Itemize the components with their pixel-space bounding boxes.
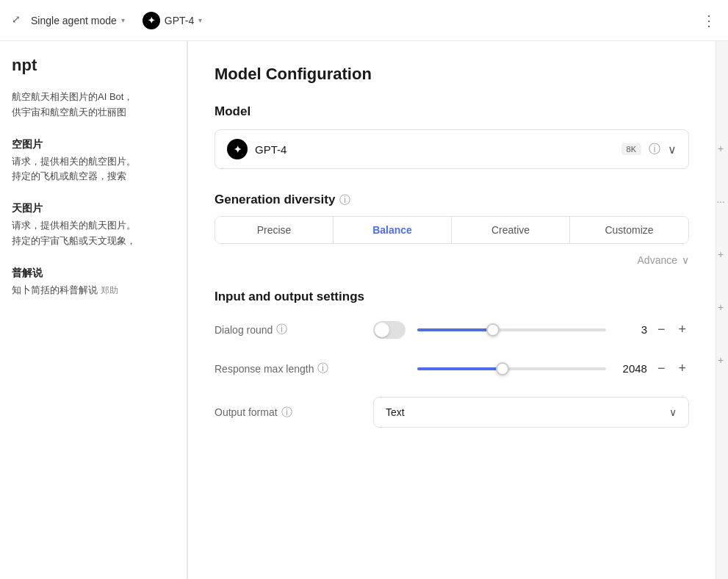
sidebar-text-4: 知卜简括的科普解说 郑助	[12, 283, 175, 298]
dialog-round-toggle[interactable]	[373, 321, 406, 339]
diversity-label: Generation diversity	[215, 193, 335, 207]
response-max-length-slider[interactable]	[417, 367, 606, 370]
output-format-row: Output format ⓘ Text ∨	[215, 397, 689, 428]
dialog-round-value: 3	[618, 323, 647, 336]
slider-fill-2	[417, 367, 502, 370]
agent-mode-icon: ⤢	[12, 13, 26, 28]
more-options-icon[interactable]: ⋮	[702, 12, 716, 29]
response-max-length-stepper: 2048 − +	[618, 358, 689, 379]
response-max-length-decrement[interactable]: −	[655, 358, 668, 379]
diversity-option-creative[interactable]: Creative	[452, 217, 570, 243]
dialog-round-info-icon[interactable]: ⓘ	[276, 323, 287, 337]
model-section-label: Model	[215, 104, 689, 119]
model-name: GPT-4	[255, 143, 614, 156]
model-badge: 8K	[621, 143, 641, 155]
sidebar-text-1: 航空航天相关图片的AI Bot， 供宇宙和航空航天的壮丽图	[12, 90, 175, 121]
dialog-round-row: Dialog round ⓘ 3 − +	[215, 319, 689, 340]
right-dot-5[interactable]: +	[716, 356, 725, 364]
diversity-option-balance[interactable]: Balance	[334, 217, 452, 243]
diversity-option-precise[interactable]: Precise	[215, 217, 334, 243]
panel-title: Model Configuration	[215, 65, 689, 84]
output-format-dropdown[interactable]: Text ∨	[373, 397, 689, 428]
agent-mode-selector[interactable]: ⤢ Single agent mode ▾	[12, 13, 125, 28]
dialog-round-stepper: 3 − +	[618, 319, 689, 340]
right-dot-4[interactable]: +	[716, 303, 725, 312]
topbar: ⤢ Single agent mode ▾ ✦ GPT-4 ▾ ⋮	[0, 0, 728, 41]
topbar-right: ⋮	[702, 12, 716, 29]
toggle-thumb	[375, 323, 389, 337]
sidebar-heading-3: 天图片	[12, 202, 175, 215]
output-format-name: Output format ⓘ	[215, 406, 361, 420]
advance-label: Advance	[638, 254, 677, 266]
agent-mode-label: Single agent mode	[31, 15, 117, 26]
sidebar-text-3: 请求，提供相关的航天图片。 持定的宇宙飞船或天文现象，	[12, 218, 175, 249]
sidebar: npt 航空航天相关图片的AI Bot， 供宇宙和航空航天的壮丽图 空图片 请求…	[0, 41, 187, 579]
gpt-model-selector[interactable]: ✦ GPT-4 ▾	[143, 12, 202, 29]
slider-thumb	[486, 323, 500, 337]
dialog-round-increment[interactable]: +	[675, 319, 689, 340]
diversity-options: Precise Balance Creative Customize	[215, 216, 689, 244]
right-dot-3[interactable]: +	[716, 250, 725, 259]
gpt-label: GPT-4	[165, 15, 194, 26]
gpt-chevron: ▾	[198, 16, 202, 24]
diversity-info-icon[interactable]: ⓘ	[339, 193, 350, 207]
response-max-length-increment[interactable]: +	[675, 358, 689, 379]
model-icon: ✦	[227, 139, 248, 159]
diversity-header: Generation diversity ⓘ	[215, 193, 689, 207]
io-section-title: Input and output settings	[215, 290, 689, 304]
sidebar-text-2: 请求，提供相关的航空图片。 持定的飞机或航空器，搜索	[12, 154, 175, 185]
sidebar-heading-4: 普解说	[12, 267, 175, 280]
config-panel: Model Configuration Model ✦ GPT-4 8K ⓘ ∨…	[187, 41, 716, 579]
slider-track	[417, 328, 606, 331]
sidebar-title: npt	[12, 56, 175, 75]
response-max-length-name: Response max length ⓘ	[215, 362, 361, 375]
slider-thumb-2	[496, 362, 509, 375]
sidebar-section-4: 普解说 知卜简括的科普解说 郑助	[12, 267, 175, 298]
sidebar-section-1: 航空航天相关图片的AI Bot， 供宇宙和航空航天的壮丽图	[12, 90, 175, 121]
sidebar-section-2: 空图片 请求，提供相关的航空图片。 持定的飞机或航空器，搜索	[12, 138, 175, 185]
advance-chevron-icon: ∨	[682, 254, 689, 266]
gpt-icon: ✦	[143, 12, 160, 29]
right-dot-2[interactable]: ···	[716, 197, 725, 206]
sidebar-section-3: 天图片 请求，提供相关的航天图片。 持定的宇宙飞船或天文现象，	[12, 202, 175, 249]
dialog-round-name: Dialog round ⓘ	[215, 323, 361, 337]
advance-row[interactable]: Advance ∨	[215, 254, 689, 266]
response-max-length-info-icon[interactable]: ⓘ	[317, 362, 328, 375]
output-format-info-icon[interactable]: ⓘ	[281, 406, 292, 420]
output-format-chevron-icon: ∨	[669, 406, 677, 418]
model-chevron-icon[interactable]: ∨	[668, 143, 677, 157]
dialog-round-slider[interactable]	[417, 328, 606, 331]
diversity-option-customize[interactable]: Customize	[570, 217, 688, 243]
agent-mode-chevron: ▾	[121, 16, 125, 24]
io-section: Input and output settings Dialog round ⓘ…	[215, 290, 689, 428]
slider-track-2	[417, 367, 606, 370]
right-dot-1[interactable]: +	[716, 144, 725, 153]
dialog-round-decrement[interactable]: −	[655, 319, 668, 340]
diversity-section: Generation diversity ⓘ Precise Balance C…	[215, 193, 689, 266]
model-section: Model ✦ GPT-4 8K ⓘ ∨	[215, 104, 689, 169]
slider-fill	[417, 328, 493, 331]
output-format-value: Text	[386, 406, 405, 418]
sidebar-heading-2: 空图片	[12, 138, 175, 151]
model-info-icon[interactable]: ⓘ	[649, 142, 660, 157]
response-max-length-value: 2048	[618, 362, 647, 375]
model-selector[interactable]: ✦ GPT-4 8K ⓘ ∨	[215, 129, 689, 169]
response-max-length-row: Response max length ⓘ 2048 − +	[215, 358, 689, 379]
